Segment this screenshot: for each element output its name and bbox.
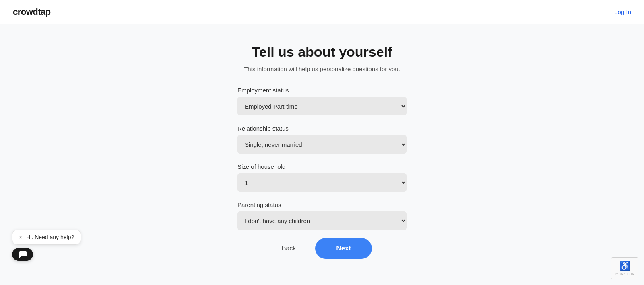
household-size-select[interactable]: 1 2 3 4 5 6 7+ xyxy=(237,173,407,192)
login-link[interactable]: Log In xyxy=(614,8,631,15)
relationship-status-select[interactable]: Single, never married Married Divorced W… xyxy=(237,135,407,154)
page-subtitle: This information will help us personaliz… xyxy=(244,66,400,72)
recaptcha-badge: ♿ reCAPTCHA xyxy=(611,257,638,279)
relationship-status-label: Relationship status xyxy=(237,125,407,132)
chat-bubble: × Hi. Need any help? xyxy=(12,230,81,245)
employment-status-select[interactable]: Employed Full-time Employed Part-time Se… xyxy=(237,97,407,115)
chat-close-button[interactable]: × xyxy=(19,234,22,240)
form-container: Employment status Employed Full-time Emp… xyxy=(237,87,407,230)
employment-status-label: Employment status xyxy=(237,87,407,94)
parenting-status-group: Parenting status I don't have any childr… xyxy=(237,201,407,230)
recaptcha-icon: ♿ xyxy=(619,261,630,271)
logo: crowdtap xyxy=(13,7,51,17)
recaptcha-label: reCAPTCHA xyxy=(615,272,634,276)
household-size-label: Size of household xyxy=(237,163,407,170)
chat-icon xyxy=(19,251,27,258)
chat-message: Hi. Need any help? xyxy=(26,234,74,240)
main-content: Tell us about yourself This information … xyxy=(0,24,644,267)
parenting-status-label: Parenting status xyxy=(237,201,407,208)
employment-status-group: Employment status Employed Full-time Emp… xyxy=(237,87,407,115)
household-size-group: Size of household 1 2 3 4 5 6 7+ xyxy=(237,163,407,192)
back-button[interactable]: Back xyxy=(272,240,306,257)
chat-open-button[interactable] xyxy=(12,248,33,261)
chat-widget: × Hi. Need any help? xyxy=(12,230,81,261)
relationship-status-group: Relationship status Single, never marrie… xyxy=(237,125,407,154)
next-button[interactable]: Next xyxy=(315,238,372,259)
header: crowdtap Log In xyxy=(0,0,644,24)
parenting-status-select[interactable]: I don't have any children I have 1 child… xyxy=(237,211,407,230)
buttons-row: Back Next xyxy=(272,238,372,267)
page-title: Tell us about yourself xyxy=(252,44,392,60)
